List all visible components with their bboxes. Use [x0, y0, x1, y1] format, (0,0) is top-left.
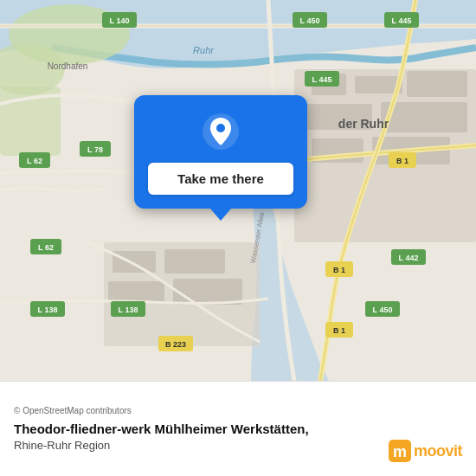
info-bar: © OpenStreetMap contributors Theodor-fli…	[0, 381, 476, 476]
take-me-there-button[interactable]: Take me there	[148, 163, 293, 195]
map-view[interactable]: L 140 L 450 L 445 L 445 L 78 L 62 L 62 L…	[0, 0, 476, 381]
svg-text:B 223: B 223	[165, 340, 186, 349]
svg-text:B 1: B 1	[333, 266, 345, 274]
svg-text:L 138: L 138	[119, 306, 138, 314]
svg-text:L 62: L 62	[27, 157, 42, 165]
svg-rect-16	[173, 279, 242, 305]
svg-text:m: m	[393, 443, 407, 460]
location-pin-icon	[202, 113, 240, 151]
svg-text:L 140: L 140	[110, 16, 130, 25]
svg-text:L 442: L 442	[399, 254, 419, 262]
svg-text:L 450: L 450	[373, 306, 393, 314]
svg-rect-15	[108, 281, 164, 303]
svg-rect-14	[164, 249, 225, 273]
svg-text:Ruhr: Ruhr	[193, 45, 215, 55]
location-name: Theodor-fliedner-werk Mühlheimer Werkstä…	[14, 421, 309, 438]
copyright-text: © OpenStreetMap contributors	[14, 406, 462, 415]
location-popup: Take me there	[134, 95, 307, 209]
moovit-logo-text: moovit	[414, 442, 462, 460]
svg-rect-7	[407, 71, 467, 97]
svg-text:B 1: B 1	[396, 157, 408, 165]
svg-text:L 445: L 445	[392, 16, 412, 25]
svg-text:L 78: L 78	[87, 145, 103, 154]
svg-text:B 1: B 1	[333, 326, 345, 335]
svg-text:L 62: L 62	[38, 243, 54, 252]
moovit-icon: m	[389, 440, 411, 462]
location-region: Rhine-Ruhr Region	[14, 439, 309, 452]
svg-rect-13	[113, 251, 156, 273]
svg-text:L 138: L 138	[38, 306, 58, 314]
moovit-logo: m moovit	[389, 440, 462, 462]
svg-text:L 450: L 450	[300, 16, 320, 25]
svg-text:L 445: L 445	[312, 75, 332, 84]
svg-text:der Ruhr: der Ruhr	[338, 117, 389, 131]
svg-point-54	[216, 124, 225, 132]
svg-text:Nordhafen: Nordhafen	[48, 61, 88, 71]
